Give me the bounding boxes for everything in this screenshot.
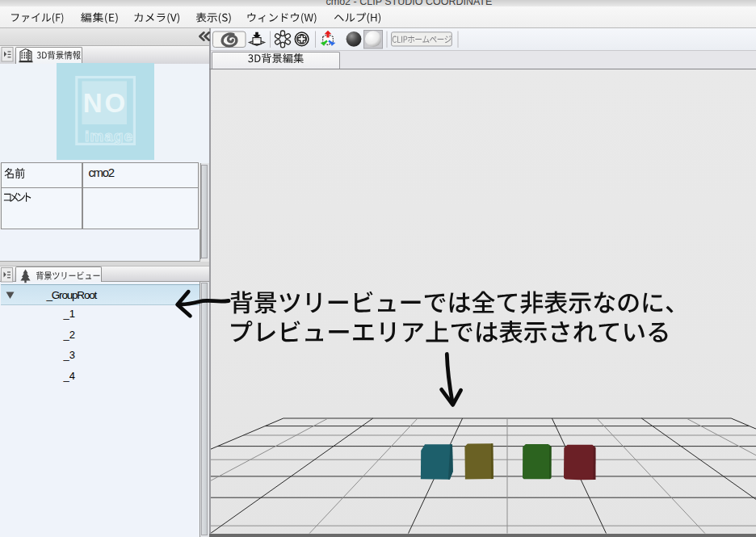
svg-text:image: image [85, 128, 133, 145]
svg-text:_2: _2 [63, 329, 75, 341]
svg-text:_3: _3 [63, 349, 75, 361]
svg-text:_4: _4 [63, 370, 75, 382]
svg-text:NO: NO [83, 88, 128, 118]
svg-text:cmo2: cmo2 [89, 166, 115, 179]
svg-text:_GroupRoot: _GroupRoot [46, 289, 98, 301]
svg-text:_1: _1 [63, 308, 75, 320]
svg-text:cmo2 - CLIP STUDIO COORDINATE: cmo2 - CLIP STUDIO COORDINATE [326, 0, 493, 7]
